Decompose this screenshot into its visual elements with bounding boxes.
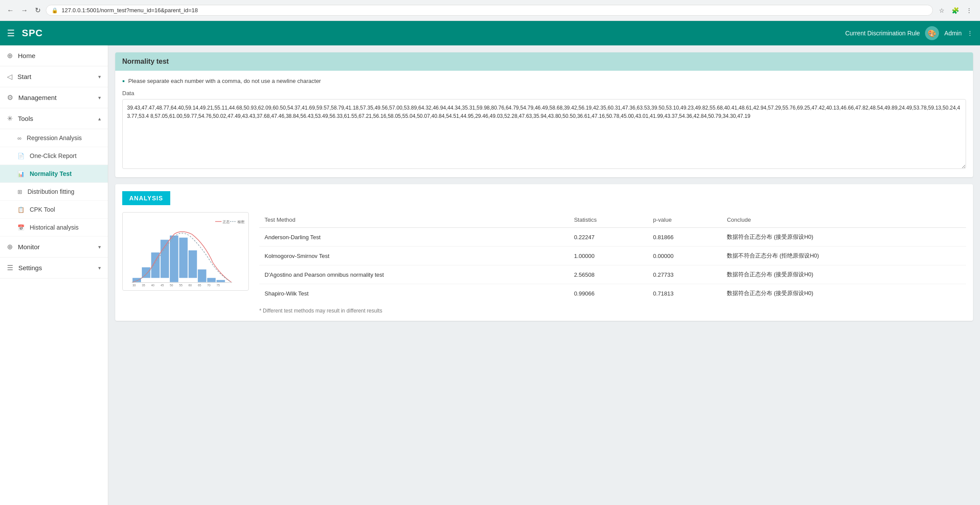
analysis-label: ANALYSIS <box>122 191 170 205</box>
cpk-icon: 📋 <box>17 206 24 213</box>
cell-statistics: 1.00000 <box>569 247 648 265</box>
sidebar-item-settings[interactable]: ☰ Settings ▾ <box>0 258 108 278</box>
refresh-button[interactable]: ↻ <box>33 4 42 16</box>
cell-pvalue: 0.81866 <box>648 228 722 247</box>
back-button[interactable]: ← <box>5 5 16 16</box>
admin-label: Admin <box>944 30 962 37</box>
sidebar-item-one-click[interactable]: 📄 One-Click Report <box>0 147 108 165</box>
sidebar-item-cpk[interactable]: 📋 CPK Tool <box>0 201 108 219</box>
app-title: SPC <box>22 27 43 39</box>
start-icon: ◁ <box>7 72 12 81</box>
sidebar-item-normality[interactable]: 📊 Normality Test <box>0 165 108 183</box>
sidebar-item-home[interactable]: ⊕ Home <box>0 45 108 66</box>
cell-conclude: 数据符合正态分布 (接受原假设H0) <box>722 228 966 247</box>
historical-icon: 📅 <box>17 224 24 231</box>
sidebar-label-start: Start <box>17 73 31 80</box>
chevron-down-icon-3: ▾ <box>98 244 101 250</box>
management-icon: ⚙ <box>7 93 13 102</box>
admin-menu-icon[interactable]: ⋮ <box>967 30 973 37</box>
menu-button[interactable]: ⋮ <box>963 5 975 16</box>
instruction-text: ▪ Please separate each number with a com… <box>122 78 966 85</box>
sidebar-label-one-click: One-Click Report <box>30 152 76 159</box>
sidebar-label-historical: Historical analysis <box>30 224 79 231</box>
table-row: Shapiro-Wilk Test 0.99066 0.71813 数据符合正态… <box>259 284 966 303</box>
analysis-content: 正态 核密度 <box>122 212 966 314</box>
sidebar-label-settings: Settings <box>18 264 42 271</box>
cell-method: Kolmogorov-Smirnov Test <box>259 247 569 265</box>
cell-method: Anderson-Darling Test <box>259 228 569 247</box>
url-text: 127.0.0.1:5001/norm_test?menu_id=16&pare… <box>62 7 198 14</box>
sidebar-label-monitor: Monitor <box>18 243 40 251</box>
sidebar-item-distribution[interactable]: ⊞ Distribution fitting <box>0 183 108 201</box>
results-table-container: Test Method Statistics p-value Conclude … <box>259 212 966 314</box>
col-header-pvalue: p-value <box>648 212 722 228</box>
col-header-method: Test Method <box>259 212 569 228</box>
report-icon: 📄 <box>17 153 24 159</box>
sidebar-label-normality: Normality Test <box>30 170 72 177</box>
chevron-down-icon-2: ▾ <box>98 95 101 101</box>
sidebar-label-tools: Tools <box>18 115 33 122</box>
cell-conclude: 数据不符合正态分布 (拒绝原假设H0) <box>722 247 966 265</box>
extensions-button[interactable]: 🧩 <box>949 5 962 16</box>
analysis-card-body: ANALYSIS 正态 核密度 <box>115 184 973 321</box>
data-input[interactable] <box>122 99 966 169</box>
svg-rect-13 <box>217 280 225 282</box>
distribution-icon: ⊞ <box>17 189 22 195</box>
sidebar-label-cpk: CPK Tool <box>30 206 55 213</box>
svg-rect-5 <box>142 267 150 278</box>
sidebar-label-distribution: Distribution fitting <box>28 188 74 195</box>
header-right: Current Discrimination Rule 🎨 Admin ⋮ <box>845 26 973 40</box>
regression-icon: ∞ <box>17 135 21 141</box>
sidebar-item-regression[interactable]: ∞ Regression Analysis <box>0 129 108 147</box>
svg-text:70: 70 <box>207 284 211 287</box>
card-title: Normality test <box>115 52 973 71</box>
normality-test-card: Normality test ▪ Please separate each nu… <box>115 52 973 177</box>
cell-pvalue: 0.27733 <box>648 265 722 284</box>
table-row: Anderson-Darling Test 0.22247 0.81866 数据… <box>259 228 966 247</box>
content-area: Normality test ▪ Please separate each nu… <box>108 45 980 505</box>
chart-box: 正态 核密度 <box>122 212 249 291</box>
table-row: Kolmogorov-Smirnov Test 1.00000 0.00000 … <box>259 247 966 265</box>
settings-icon: ☰ <box>7 264 13 272</box>
normality-icon: 📊 <box>17 171 24 177</box>
hamburger-menu-button[interactable]: ☰ <box>7 28 15 38</box>
chevron-down-icon-4: ▾ <box>98 265 101 271</box>
sidebar-label-home: Home <box>18 52 35 59</box>
browser-chrome: ← → ↻ 🔒 127.0.0.1:5001/norm_test?menu_id… <box>0 0 980 21</box>
histogram-chart: 正态 核密度 <box>122 212 249 291</box>
address-bar[interactable]: 🔒 127.0.0.1:5001/norm_test?menu_id=16&pa… <box>46 5 933 16</box>
svg-text:65: 65 <box>198 284 201 287</box>
svg-text:45: 45 <box>161 284 164 287</box>
svg-rect-7 <box>161 240 169 278</box>
browser-actions: ☆ 🧩 ⋮ <box>936 5 975 16</box>
sidebar-label-regression: Regression Analysis <box>27 134 82 141</box>
sidebar-item-start[interactable]: ◁ Start ▾ <box>0 66 108 87</box>
svg-rect-11 <box>198 269 206 282</box>
admin-avatar[interactable]: 🎨 <box>925 26 939 40</box>
sidebar-item-monitor[interactable]: ⊕ Monitor ▾ <box>0 237 108 258</box>
svg-text:35: 35 <box>142 284 145 287</box>
monitor-icon: ⊕ <box>7 243 13 251</box>
lock-icon: 🔒 <box>52 7 58 14</box>
bookmark-button[interactable]: ☆ <box>936 5 947 16</box>
svg-text:50: 50 <box>170 284 173 287</box>
sidebar-item-historical[interactable]: 📅 Historical analysis <box>0 219 108 237</box>
card-body: ▪ Please separate each number with a com… <box>115 71 973 177</box>
svg-text:30: 30 <box>133 284 136 287</box>
svg-rect-10 <box>189 251 197 278</box>
svg-text:75: 75 <box>217 284 220 287</box>
results-table: Test Method Statistics p-value Conclude … <box>259 212 966 302</box>
main-layout: ⊕ Home ◁ Start ▾ ⚙ Management ▾ ✳ Tools … <box>0 45 980 505</box>
cell-pvalue: 0.71813 <box>648 284 722 303</box>
sidebar-item-management[interactable]: ⚙ Management ▾ <box>0 87 108 108</box>
svg-text:40: 40 <box>151 284 155 287</box>
svg-rect-9 <box>179 237 187 278</box>
sidebar-item-tools[interactable]: ✳ Tools ▴ <box>0 108 108 129</box>
svg-rect-8 <box>170 236 178 282</box>
col-header-statistics: Statistics <box>569 212 648 228</box>
sidebar-label-management: Management <box>18 94 57 101</box>
tools-icon: ✳ <box>7 114 13 123</box>
forward-button[interactable]: → <box>19 5 30 16</box>
chart-svg: 正态 核密度 <box>126 216 245 287</box>
cell-statistics: 0.22247 <box>569 228 648 247</box>
